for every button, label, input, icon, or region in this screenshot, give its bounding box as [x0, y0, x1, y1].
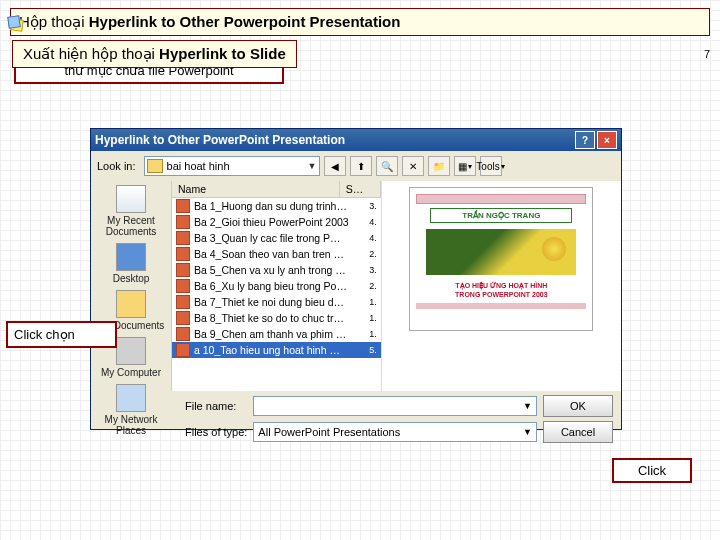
ppt-icon — [176, 215, 190, 229]
place-desktop[interactable]: Desktop — [113, 243, 150, 284]
ppt-icon — [176, 343, 190, 357]
ppt-icon — [176, 199, 190, 213]
decor-corner-icon — [8, 16, 26, 34]
flower-image — [426, 229, 576, 275]
file-row[interactable]: Ba 2_Gioi thieu PowerPoint 20034. — [172, 214, 381, 230]
desktop-icon — [116, 243, 146, 271]
chevron-down-icon: ▼ — [308, 161, 317, 171]
filename-label: File name: — [185, 400, 247, 412]
page-number: 7 — [704, 48, 710, 60]
close-button[interactable]: × — [597, 131, 617, 149]
lookin-value: bai hoat hinh — [167, 160, 230, 172]
delete-icon[interactable]: ✕ — [402, 156, 424, 176]
newfolder-icon[interactable]: 📁 — [428, 156, 450, 176]
recent-icon — [116, 185, 146, 213]
footer-text: Xuất hiện hộp thoại Hyperlink to Slide — [12, 40, 297, 68]
back-icon[interactable]: ◀ — [324, 156, 346, 176]
callout-click: Click — [612, 458, 692, 483]
file-row[interactable]: Ba 4_Soan theo van ban tren …2. — [172, 246, 381, 262]
folder-icon — [147, 159, 163, 173]
ppt-icon — [176, 295, 190, 309]
file-row[interactable]: Ba 7_Thiet ke noi dung bieu d…1. — [172, 294, 381, 310]
file-row[interactable]: Ba 6_Xu ly bang bieu trong Po…2. — [172, 278, 381, 294]
up-icon[interactable]: ⬆ — [350, 156, 372, 176]
lookin-label: Look in: — [97, 160, 136, 172]
filetype-combo[interactable]: All PowerPoint Presentations▼ — [253, 422, 537, 442]
ppt-icon — [176, 247, 190, 261]
file-list-header: Name S… — [172, 181, 381, 198]
dialog-toolbar: Look in: bai hoat hinh ▼ ◀ ⬆ 🔍 ✕ 📁 ▦ Too… — [91, 151, 621, 181]
page-title: Hộp thoại Hyperlink to Other Powerpoint … — [10, 8, 710, 36]
place-network[interactable]: My Network Places — [91, 384, 171, 436]
filetype-label: Files of type: — [185, 426, 247, 438]
file-row[interactable]: a 10_Tao hieu ung hoat hinh …5. — [172, 342, 381, 358]
hyperlink-dialog: Hyperlink to Other PowerPoint Presentati… — [90, 128, 622, 430]
callout-click-chon: Click chọn — [6, 321, 117, 348]
dialog-title: Hyperlink to Other PowerPoint Presentati… — [95, 133, 345, 147]
preview-pane: TRẦN NGỌC TRANG TẠO HIỆU ỨNG HOẠT HÌNHTR… — [382, 181, 621, 391]
ppt-icon — [176, 311, 190, 325]
file-row[interactable]: Ba 9_Chen am thanh va phim …1. — [172, 326, 381, 342]
ppt-icon — [176, 231, 190, 245]
file-row[interactable]: Ba 3_Quan ly cac file trong P…4. — [172, 230, 381, 246]
file-list[interactable]: Name S… Ba 1_Huong dan su dung trinh…3.B… — [172, 181, 382, 391]
ppt-icon — [176, 263, 190, 277]
dialog-titlebar: Hyperlink to Other PowerPoint Presentati… — [91, 129, 621, 151]
tools-menu[interactable]: Tools — [480, 156, 502, 176]
lookin-combo[interactable]: bai hoat hinh ▼ — [144, 156, 320, 176]
slide-preview: TRẦN NGỌC TRANG TẠO HIỆU ỨNG HOẠT HÌNHTR… — [409, 187, 593, 331]
title-prefix: Hộp thoại — [19, 13, 89, 30]
cancel-button[interactable]: Cancel — [543, 421, 613, 443]
mydocs-icon — [116, 290, 146, 318]
place-recent[interactable]: My Recent Documents — [91, 185, 171, 237]
computer-icon — [116, 337, 146, 365]
places-bar: My Recent Documents Desktop My Documents… — [91, 181, 172, 391]
ppt-icon — [176, 279, 190, 293]
ok-button[interactable]: OK — [543, 395, 613, 417]
network-icon — [116, 384, 146, 412]
title-bold: Hyperlink to Other Powerpoint Presentati… — [89, 13, 401, 30]
ppt-icon — [176, 327, 190, 341]
views-icon[interactable]: ▦ — [454, 156, 476, 176]
file-row[interactable]: Ba 5_Chen va xu ly anh trong …3. — [172, 262, 381, 278]
search-icon[interactable]: 🔍 — [376, 156, 398, 176]
filename-input[interactable]: ▼ — [253, 396, 537, 416]
file-row[interactable]: Ba 1_Huong dan su dung trinh…3. — [172, 198, 381, 214]
file-row[interactable]: Ba 8_Thiet ke so do to chuc tr…1. — [172, 310, 381, 326]
help-button[interactable]: ? — [575, 131, 595, 149]
